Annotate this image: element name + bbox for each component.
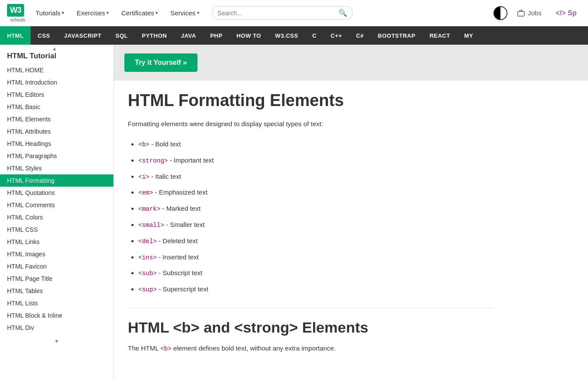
main-content: Try it Yourself » HTML Formatting Elemen… [114,45,588,379]
nav2-bootstrap[interactable]: BOOTSTRAP [371,26,423,45]
code-editor-button[interactable]: </> Sp [551,0,581,26]
list-desc-2: - Italic text [149,173,181,180]
scroll-down-arrow: ▼ [0,337,113,345]
top-navigation: W3 schools Tutorials ▾ Exercises ▾ Certi… [0,0,588,26]
chevron-down-icon: ▾ [155,10,158,16]
sidebar: ▲ HTML Tutorial HTML HOME HTML Introduct… [0,45,114,379]
nav2-csharp[interactable]: C# [349,26,371,45]
search-icon[interactable]: 🔍 [338,9,347,17]
sidebar-item-html-block-inline[interactable]: HTML Block & Inline [0,309,113,322]
list-desc-8: - Subscript text [157,269,202,276]
section-divider [128,308,494,308]
list-item: <i> - Italic text [138,169,494,185]
chevron-down-icon: ▾ [62,10,64,16]
list-desc-4: - Marked text [160,205,201,212]
nav-tutorials[interactable]: Tutorials ▾ [31,0,69,26]
list-desc-6: - Deleted text [157,237,197,244]
list-desc-0: - Bold text [149,140,181,148]
list-desc-5: - Smaller text [164,221,205,228]
logo-schools: schools [11,18,25,22]
sidebar-item-html-intro[interactable]: HTML Introduction [0,76,113,89]
sidebar-item-html-editors[interactable]: HTML Editors [0,89,113,101]
svg-rect-0 [518,11,525,16]
nav-certificates[interactable]: Certificates ▾ [117,0,162,26]
sidebar-item-html-quotations[interactable]: HTML Quotations [0,187,113,199]
main-layout: ▲ HTML Tutorial HTML HOME HTML Introduct… [0,45,588,379]
sidebar-item-html-colors[interactable]: HTML Colors [0,211,113,223]
sidebar-item-html-basic[interactable]: HTML Basic [0,101,113,113]
intro-text: Formatting elements were designed to dis… [128,119,494,129]
logo[interactable]: W3 schools [7,4,28,22]
sidebar-item-html-lists[interactable]: HTML Lists [0,297,113,309]
sidebar-item-html-elements[interactable]: HTML Elements [0,113,113,125]
section-heading: HTML <b> and <strong> Elements [128,319,494,336]
list-item: <sub> - Subscript text [138,265,494,281]
code-tag-em: <em> [138,189,153,196]
code-tag-sub: <sub> [138,270,157,277]
nav2-cpp[interactable]: C++ [324,26,349,45]
nav2-java[interactable]: JAVA [174,26,203,45]
nav2-w3css[interactable]: W3.CSS [268,26,305,45]
nav2-react[interactable]: REACT [423,26,457,45]
list-item: <sup> - Superscript text [138,281,494,298]
nav-exercises[interactable]: Exercises ▾ [72,0,113,26]
sidebar-item-html-links[interactable]: HTML Links [0,236,113,248]
sidebar-item-html-favicon[interactable]: HTML Favicon [0,260,113,273]
sidebar-item-html-styles[interactable]: HTML Styles [0,162,113,174]
nav2-my[interactable]: MY [457,26,480,45]
try-it-button[interactable]: Try it Yourself » [124,53,197,72]
list-desc-9: - Superscript text [157,285,208,293]
nav2-c[interactable]: C [305,26,324,45]
list-item: <b> - Bold text [138,136,494,152]
list-item: <mark> - Marked text [138,201,494,217]
list-desc-1: - Important text [168,156,214,164]
nav2-html[interactable]: HTML [0,26,31,45]
nav2-css[interactable]: CSS [31,26,57,45]
page-title: HTML Formatting Elements [128,91,494,110]
list-desc-7: - Inserted text [157,253,199,261]
content-section: HTML Formatting Elements Formatting elem… [114,81,508,371]
chevron-down-icon: ▾ [197,10,200,16]
body-paragraph: The HTML <b> element defines bold text, … [128,343,494,354]
list-item: <em> - Emphasized text [138,184,494,201]
jobs-button[interactable]: Jobs [511,7,548,20]
code-tag-ins: <ins> [138,254,157,261]
logo-w3: W3 [7,4,24,17]
sidebar-item-html-page-title[interactable]: HTML Page Title [0,273,113,285]
nav2-python[interactable]: PYTHON [135,26,174,45]
code-tag-del: <del> [138,238,157,245]
sidebar-item-html-tables[interactable]: HTML Tables [0,285,113,297]
sidebar-item-html-css[interactable]: HTML CSS [0,223,113,236]
formatting-list: <b> - Bold text <strong> - Important tex… [138,136,494,298]
nav2-php[interactable]: PHP [203,26,229,45]
sidebar-item-html-comments[interactable]: HTML Comments [0,199,113,211]
sidebar-item-html-formatting[interactable]: HTML Formatting [0,174,113,187]
list-item: <ins> - Inserted text [138,249,494,266]
nav-services[interactable]: Services ▾ [166,0,204,26]
list-desc-3: - Emphasized text [153,188,208,196]
list-item: <small> - Smaller text [138,217,494,233]
sidebar-item-html-headings[interactable]: HTML Headings [0,138,113,150]
list-item: <del> - Deleted text [138,233,494,249]
nav2-javascript[interactable]: JAVASCRIPT [57,26,108,45]
sidebar-item-html-images[interactable]: HTML Images [0,248,113,260]
code-tag-mark: <mark> [138,205,160,213]
try-it-bar: Try it Yourself » [114,45,588,81]
code-tag-small: <small> [138,222,164,229]
search-input[interactable] [218,10,339,17]
nav2-sql[interactable]: SQL [109,26,135,45]
code-tag-strong: <strong> [138,157,168,164]
contrast-toggle[interactable] [493,6,507,20]
sidebar-item-html-div[interactable]: HTML Div [0,322,113,334]
code-tag-i: <i> [138,174,149,181]
scroll-up-arrow: ▲ [0,45,109,53]
second-navigation: HTML CSS JAVASCRIPT SQL PYTHON JAVA PHP … [0,26,588,45]
list-item: <strong> - Important text [138,152,494,169]
sidebar-item-html-home[interactable]: HTML HOME [0,64,113,76]
sidebar-item-html-attributes[interactable]: HTML Attributes [0,125,113,138]
code-tag-sup: <sup> [138,286,157,293]
code-tag-b: <b> [138,141,149,148]
nav2-howto[interactable]: HOW TO [229,26,268,45]
chevron-down-icon: ▾ [106,10,109,16]
sidebar-item-html-paragraphs[interactable]: HTML Paragraphs [0,150,113,162]
